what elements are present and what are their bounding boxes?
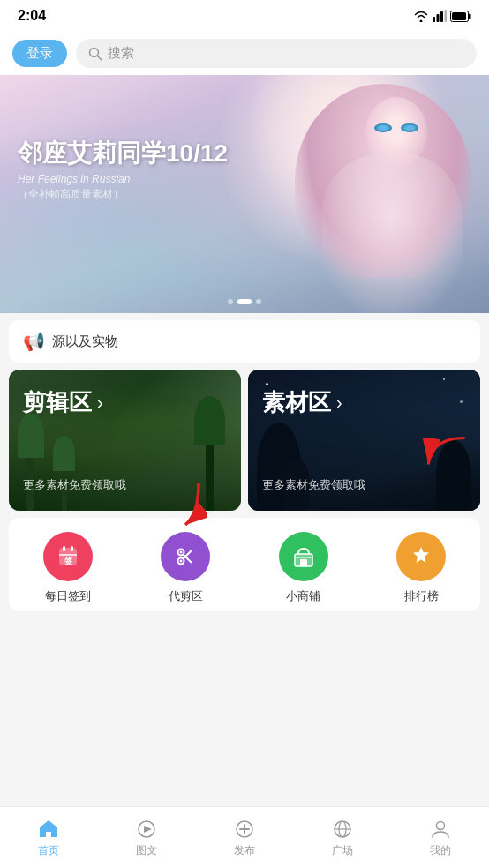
signal-icon	[433, 10, 447, 22]
svg-point-33	[436, 821, 444, 829]
action-checkin[interactable]: 签 每日签到	[43, 532, 93, 604]
notice-bar: 📢 源以及实物	[9, 320, 480, 363]
publish-icon	[233, 818, 256, 841]
battery-icon	[450, 11, 471, 22]
cards-row: 剪辑区 › 更多素材免费领取哦 素材区 › 更多素材免费领	[9, 370, 480, 511]
svg-rect-6	[452, 12, 466, 20]
checkin-icon: 签	[43, 532, 93, 581]
nav-mine-label: 我的	[430, 843, 451, 858]
proxy-cut-arrow	[163, 479, 207, 532]
quick-actions: 签 每日签到 代剪区	[9, 518, 480, 611]
proxy-cut-label: 代剪区	[169, 588, 203, 604]
svg-line-8	[98, 56, 102, 60]
dot-3	[256, 299, 261, 304]
nav-home[interactable]: 首页	[0, 814, 98, 862]
svg-text:签: 签	[64, 557, 72, 565]
banner-subtitle: Her Feelings in Russian	[18, 174, 228, 186]
nav-publish-label: 发布	[234, 843, 255, 858]
notice-icon: 📢	[23, 331, 45, 352]
ranking-icon	[396, 532, 446, 581]
nav-square-label: 广场	[332, 843, 353, 858]
header: 登录 搜索	[0, 32, 489, 75]
graphic-icon	[135, 818, 158, 841]
shop-label: 小商铺	[286, 588, 320, 604]
search-icon	[88, 47, 102, 61]
nav-square[interactable]: 广场	[293, 814, 391, 862]
nav-publish[interactable]: 发布	[196, 814, 294, 862]
wifi-icon	[413, 10, 429, 22]
banner-dots	[228, 299, 261, 304]
square-icon	[331, 818, 354, 841]
card-editing-label: 剪辑区 ›	[23, 387, 103, 418]
search-bar[interactable]: 搜索	[76, 39, 477, 68]
status-icons	[413, 10, 471, 22]
svg-rect-11	[63, 546, 65, 551]
card-material[interactable]: 素材区 › 更多素材免费领取哦	[248, 370, 480, 511]
ranking-label: 排行榜	[404, 588, 439, 604]
card-material-desc: 更多素材免费领取哦	[262, 477, 365, 493]
dot-1	[228, 299, 233, 304]
svg-marker-26	[144, 826, 152, 833]
banner-subtitle2: （全补帧高质量素材）	[18, 188, 228, 203]
svg-rect-5	[469, 13, 471, 19]
status-time: 2:04	[18, 8, 46, 24]
card-editing-desc: 更多素材免费领取哦	[23, 477, 126, 493]
search-placeholder: 搜索	[108, 45, 134, 62]
svg-rect-23	[300, 559, 307, 566]
notice-text: 源以及实物	[52, 333, 118, 350]
banner-title: 邻座艾莉同学10/12	[18, 138, 228, 169]
svg-rect-12	[71, 546, 73, 551]
nav-mine[interactable]: 我的	[391, 814, 489, 862]
nav-home-label: 首页	[38, 843, 59, 858]
svg-rect-1	[437, 14, 440, 22]
svg-point-20	[180, 560, 183, 563]
proxy-cut-icon	[161, 532, 210, 581]
svg-point-19	[180, 551, 183, 554]
dot-2	[237, 299, 252, 304]
banner[interactable]: 邻座艾莉同学10/12 Her Feelings in Russian （全补帧…	[0, 75, 489, 313]
shop-icon	[279, 532, 328, 581]
login-button[interactable]: 登录	[12, 40, 67, 67]
svg-rect-0	[433, 17, 435, 22]
mine-icon	[429, 818, 452, 841]
banner-text-block: 邻座艾莉同学10/12 Her Feelings in Russian （全补帧…	[18, 138, 228, 202]
action-ranking[interactable]: 排行榜	[396, 532, 446, 604]
home-icon	[37, 818, 60, 841]
svg-rect-2	[440, 11, 443, 22]
action-shop[interactable]: 小商铺	[279, 532, 328, 604]
bottom-nav: 首页 图文 发布 广场	[0, 806, 489, 868]
action-proxy-cut[interactable]: 代剪区	[161, 532, 210, 604]
status-bar: 2:04	[0, 0, 489, 32]
checkin-label: 每日签到	[45, 588, 91, 604]
svg-rect-3	[445, 10, 448, 22]
nav-graphic[interactable]: 图文	[98, 814, 196, 862]
card-material-label: 素材区 ›	[262, 387, 342, 418]
nav-graphic-label: 图文	[136, 843, 157, 858]
